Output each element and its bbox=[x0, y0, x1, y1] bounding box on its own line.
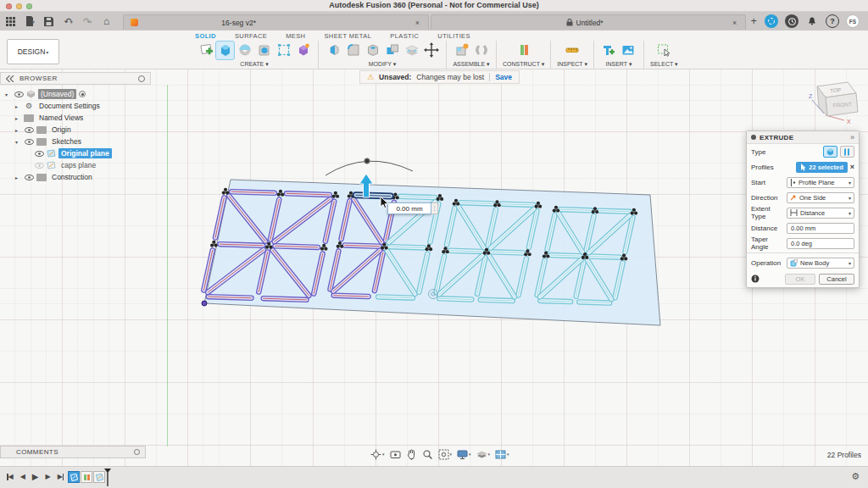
orbit-icon[interactable]: ▾ bbox=[370, 449, 385, 460]
profile-junction-marker[interactable] bbox=[222, 188, 230, 195]
pan-icon[interactable] bbox=[406, 449, 417, 460]
save-icon[interactable] bbox=[41, 14, 58, 28]
file-menu-icon[interactable]: ▾ bbox=[22, 14, 39, 28]
group-create-label[interactable]: CREATE ▾ bbox=[240, 61, 268, 68]
visibility-eye-icon[interactable] bbox=[34, 151, 44, 157]
browser-item-document-settings[interactable]: ▸ ⚙ Document Settings bbox=[0, 100, 151, 112]
document-tab-2[interactable]: Untitled* × bbox=[431, 14, 746, 30]
visibility-eye-icon[interactable] bbox=[24, 175, 34, 180]
extrude-dialog-header[interactable]: EXTRUDE » bbox=[747, 131, 859, 144]
extrude-icon[interactable] bbox=[216, 42, 234, 59]
type-extrude-button[interactable] bbox=[823, 146, 837, 158]
grid-snaps-icon[interactable]: ▾ bbox=[476, 449, 491, 460]
shell-icon[interactable] bbox=[364, 42, 381, 59]
group-assemble-label[interactable]: ASSEMBLE ▾ bbox=[453, 61, 489, 68]
look-at-icon[interactable] bbox=[390, 449, 401, 460]
distance-input[interactable]: 0.00 mm bbox=[787, 223, 854, 234]
timeline-step-back-button[interactable]: ◀ bbox=[20, 473, 25, 480]
sweep-icon[interactable] bbox=[255, 42, 273, 59]
sketch-caps-plane-label[interactable]: caps plane bbox=[58, 160, 98, 170]
profiles-selected-chip[interactable]: 22 selected bbox=[796, 162, 847, 173]
visibility-eye-icon[interactable] bbox=[24, 139, 34, 145]
browser-item-named-views[interactable]: ▸ Named Views bbox=[0, 112, 151, 124]
dimension-drag-handle[interactable]: ⋮ bbox=[431, 202, 438, 214]
design-workspace-dropdown[interactable]: DESIGN ▾ bbox=[7, 39, 59, 64]
taper-angle-input[interactable]: 0.0 deg bbox=[787, 238, 854, 249]
zoom-icon[interactable] bbox=[422, 449, 433, 460]
browser-header[interactable]: BROWSER bbox=[0, 72, 151, 85]
group-construct-label[interactable]: CONSTRUCT ▾ bbox=[503, 61, 544, 68]
new-component-icon[interactable] bbox=[453, 42, 470, 59]
cancel-button[interactable]: Cancel bbox=[819, 274, 854, 285]
browser-item-sketches[interactable]: ▾ Sketches bbox=[0, 136, 151, 147]
group-modify-label[interactable]: MODIFY ▾ bbox=[369, 61, 397, 68]
operation-select[interactable]: New Body▾ bbox=[787, 258, 854, 269]
fillet-icon[interactable] bbox=[344, 42, 362, 59]
document-tab-1-close-icon[interactable]: × bbox=[414, 19, 421, 27]
measure-icon[interactable] bbox=[564, 42, 581, 59]
group-insert-label[interactable]: INSERT ▾ bbox=[606, 61, 632, 68]
profile-junction-marker[interactable] bbox=[210, 241, 218, 247]
select-icon[interactable] bbox=[655, 42, 673, 59]
start-select[interactable]: Profile Plane▾ bbox=[787, 177, 854, 188]
timeline-feature-plane[interactable] bbox=[81, 471, 92, 483]
app-grid-icon[interactable] bbox=[3, 14, 19, 28]
help-icon[interactable]: ? bbox=[826, 14, 839, 28]
dialog-collapse-icon[interactable]: » bbox=[850, 133, 854, 141]
comments-panel[interactable]: COMMENTS bbox=[0, 446, 146, 458]
document-tab-2-close-icon[interactable]: × bbox=[731, 19, 738, 27]
split-body-icon[interactable] bbox=[403, 42, 420, 59]
save-button[interactable]: Save bbox=[495, 73, 512, 81]
sketch-original-plane-label[interactable]: Original plane bbox=[58, 148, 112, 158]
browser-item-original-plane[interactable]: Original plane bbox=[0, 147, 151, 159]
visibility-eye-icon-hidden[interactable] bbox=[34, 163, 44, 169]
combine-icon[interactable] bbox=[383, 42, 401, 59]
create-form-icon[interactable] bbox=[294, 42, 312, 59]
root-component-label[interactable]: (Unsaved) bbox=[38, 89, 76, 99]
pattern-icon[interactable] bbox=[275, 42, 292, 59]
browser-item-caps-plane[interactable]: caps plane bbox=[0, 159, 151, 171]
avatar[interactable]: FS bbox=[846, 14, 860, 28]
activate-component-radio[interactable] bbox=[79, 91, 86, 97]
viewports-icon[interactable]: ▾ bbox=[495, 449, 509, 460]
job-status-icon[interactable] bbox=[765, 14, 778, 28]
fit-icon[interactable]: ▾ bbox=[438, 449, 453, 460]
joint-icon[interactable] bbox=[472, 42, 490, 59]
ok-button[interactable]: OK bbox=[785, 274, 815, 285]
browser-item-origin[interactable]: ▸ Origin bbox=[0, 124, 151, 136]
move-copy-icon[interactable] bbox=[422, 42, 440, 59]
comments-options-icon[interactable] bbox=[134, 449, 140, 455]
timeline-feature-sketch-1[interactable] bbox=[68, 471, 80, 483]
undo-icon[interactable]: ↶▾ bbox=[60, 14, 77, 28]
home-icon[interactable]: ⌂ bbox=[98, 14, 115, 28]
timeline-position-marker[interactable] bbox=[103, 469, 112, 487]
insert-derive-icon[interactable] bbox=[600, 42, 618, 59]
history-clock-icon[interactable] bbox=[785, 14, 798, 28]
visibility-eye-icon[interactable] bbox=[14, 92, 24, 97]
extent-type-select[interactable]: Distance▾ bbox=[787, 208, 854, 219]
timeline-settings-gear-icon[interactable]: ⚙ bbox=[851, 471, 860, 482]
construct-plane-icon[interactable] bbox=[515, 42, 532, 59]
timeline-play-button[interactable]: ▶ bbox=[32, 472, 39, 481]
collapse-panel-icon[interactable] bbox=[6, 75, 14, 82]
revolve-icon[interactable] bbox=[236, 42, 253, 59]
direction-select[interactable]: One Side▾ bbox=[787, 192, 854, 203]
press-pull-icon[interactable] bbox=[325, 42, 342, 59]
browser-item-root[interactable]: ▾ (Unsaved) bbox=[0, 88, 151, 100]
timeline-step-forward-button[interactable]: ▶ bbox=[46, 473, 51, 480]
viewport-canvas[interactable]: 0.00 mm ⋮ BROWSER ▾ (Unsaved) bbox=[0, 69, 868, 466]
info-icon[interactable] bbox=[751, 274, 760, 283]
create-sketch-icon[interactable] bbox=[197, 42, 214, 59]
document-tab-1[interactable]: 16-seg v2* × bbox=[123, 14, 429, 30]
insert-image-icon[interactable] bbox=[620, 42, 637, 59]
redo-icon[interactable]: ↷▾ bbox=[79, 14, 96, 28]
extrude-distance-inline-input[interactable]: 0.00 mm bbox=[387, 202, 431, 214]
viewcube[interactable]: TOP FRONT Z X bbox=[795, 75, 865, 127]
browser-item-construction[interactable]: ▸ Construction bbox=[0, 171, 151, 183]
visibility-eye-icon[interactable] bbox=[24, 127, 34, 133]
clear-selection-icon[interactable]: × bbox=[850, 163, 854, 171]
timeline-go-to-start-button[interactable]: ◀ bbox=[7, 473, 14, 480]
group-inspect-label[interactable]: INSPECT ▾ bbox=[557, 61, 587, 68]
arc-pivot-dot[interactable] bbox=[364, 158, 370, 164]
new-tab-button[interactable]: + bbox=[746, 14, 761, 28]
